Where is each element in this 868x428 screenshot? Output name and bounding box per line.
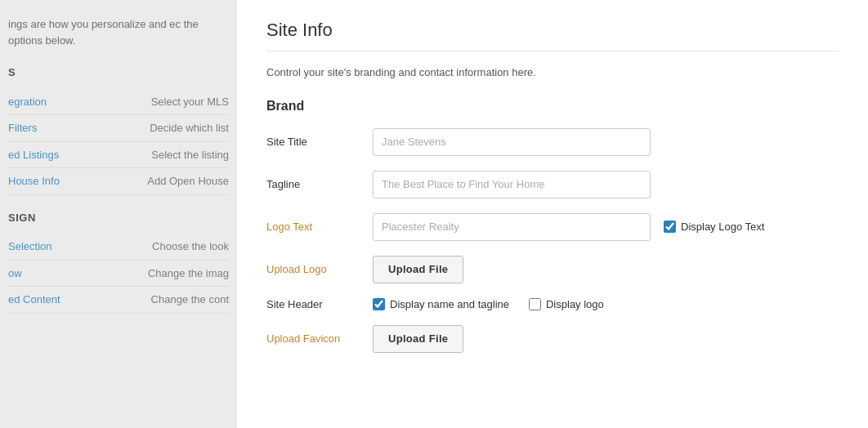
list-item[interactable]: ed Content Change the cont — [8, 287, 229, 314]
upload-favicon-button[interactable]: Upload File — [373, 325, 463, 353]
site-title-row: Site Title — [266, 128, 839, 156]
page-title: Site Info — [266, 20, 839, 51]
list-item[interactable]: Filters Decide which list — [8, 115, 229, 142]
tagline-input[interactable] — [373, 171, 651, 198]
page-subtitle: Control your site's branding and contact… — [266, 65, 839, 81]
list-item[interactable]: House Info Add Open House — [8, 168, 229, 195]
upload-logo-button[interactable]: Upload File — [373, 256, 463, 283]
display-logo-checkbox-label[interactable]: Display logo — [529, 298, 604, 310]
display-logo-text-label: Display Logo Text — [681, 221, 764, 233]
site-title-label: Site Title — [266, 136, 373, 148]
upload-logo-label: Upload Logo — [266, 263, 373, 275]
display-logo-text-checkbox[interactable] — [664, 221, 676, 233]
tagline-row: Tagline — [266, 171, 839, 198]
list-item[interactable]: Selection Choose the look — [8, 234, 229, 261]
main-content: Site Info Control your site's branding a… — [237, 0, 868, 428]
upload-logo-row: Upload Logo Upload File — [266, 256, 839, 283]
display-logo-label: Display logo — [546, 298, 604, 310]
section-header-sign: SIGN — [8, 210, 229, 226]
site-header-row: Site Header Display name and tagline Dis… — [266, 298, 839, 310]
list-item[interactable]: egration Select your MLS — [8, 89, 229, 116]
list-item[interactable]: ow Change the imag — [8, 261, 229, 288]
display-logo-text-checkbox-label[interactable]: Display Logo Text — [664, 221, 764, 233]
tagline-label: Tagline — [266, 178, 373, 190]
section-header-s: S — [8, 65, 229, 81]
logo-text-row: Logo Text Display Logo Text — [266, 213, 839, 241]
display-name-tagline-checkbox[interactable] — [373, 298, 385, 310]
left-sidebar: ings are how you personalize and ec the … — [0, 0, 237, 428]
list-item[interactable]: ed Listings Select the listing — [8, 142, 229, 169]
display-name-tagline-checkbox-label[interactable]: Display name and tagline — [373, 298, 509, 310]
upload-favicon-row: Upload Favicon Upload File — [266, 325, 839, 353]
logo-text-label: Logo Text — [266, 221, 373, 233]
site-title-input[interactable] — [373, 128, 651, 156]
intro-text: ings are how you personalize and ec the … — [8, 16, 229, 48]
site-header-options: Display name and tagline Display logo — [373, 298, 839, 310]
brand-section-title: Brand — [266, 99, 839, 114]
logo-text-input-group: Display Logo Text — [373, 213, 839, 241]
upload-favicon-label: Upload Favicon — [266, 332, 373, 345]
site-header-label: Site Header — [266, 298, 373, 310]
display-logo-checkbox[interactable] — [529, 298, 541, 310]
logo-text-input[interactable] — [373, 213, 651, 241]
display-name-tagline-label: Display name and tagline — [390, 298, 509, 310]
